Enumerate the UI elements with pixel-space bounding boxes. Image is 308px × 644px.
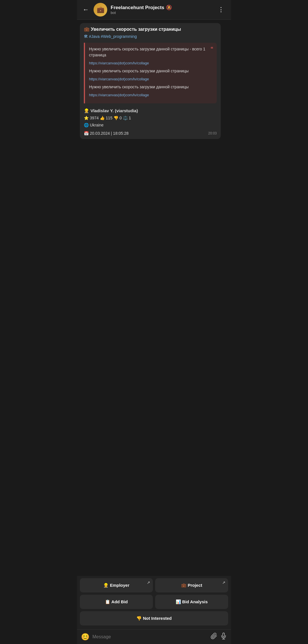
author-info: 👷 Vladislav Y. (viarstudia) ⭐ 3974 👍 115… [84,107,217,129]
message-date: 📅 20.03.2024 | 18:05:28 [84,131,129,136]
quote-link-2[interactable]: https://viarcanvas(dot)com/lv/collage [89,77,213,81]
quote-link-1[interactable]: https://viarcanvas(dot)com/lv/collage [89,61,213,65]
quote-block: ❝ Нужно увеличить скорость загрузки данн… [84,43,217,103]
not-interested-button[interactable]: 👎 Not Interested [80,611,228,625]
bid-analysis-button[interactable]: 📊 Bid Analysis [155,595,228,609]
add-bid-button[interactable]: 📋 Add Bid [80,595,153,609]
author-name: 👷 Vladislav Y. (viarstudia) [84,107,217,115]
header-info: Freelancehunt Projects 🔕 bot [111,5,212,15]
action-buttons-area: ↗ 👷 Employer ↗ 💼 Project 📋 Add Bid 📊 Bid… [77,576,231,629]
back-button[interactable]: ← [82,5,90,15]
quote-text-1: Нужно увеличить скорость загрузки данной… [89,46,213,58]
chat-area: 💼 Увеличить скорость загрузки страницы 🛠… [77,20,231,576]
employer-link-icon: ↗ [147,580,150,585]
employer-button[interactable]: ↗ 👷 Employer [80,578,153,592]
quote-text-2: Нужно увеличить скорость загрузки данной… [89,68,213,74]
buttons-row-1: ↗ 👷 Employer ↗ 💼 Project [80,578,228,592]
bot-avatar: 💼 [94,3,107,17]
chat-title: Freelancehunt Projects 🔕 [111,5,212,11]
more-menu-button[interactable]: ⋮ [216,5,226,15]
date-row: 📅 20.03.2024 | 18:05:28 20:03 [84,131,217,136]
buttons-row-2: 📋 Add Bid 📊 Bid Analysis [80,595,228,609]
project-button[interactable]: ↗ 💼 Project [155,578,228,592]
mute-icon: 🔕 [166,5,172,11]
chat-subtitle: bot [111,11,212,15]
chat-header: ← 💼 Freelancehunt Projects 🔕 bot ⋮ [77,0,231,20]
message-time: 20:03 [208,131,217,135]
attach-button[interactable] [210,633,217,641]
message-card: 💼 Увеличить скорость загрузки страницы 🛠… [80,23,221,139]
quote-icon: ❝ [210,46,213,52]
author-stats: ⭐ 3974 👍 115 👎 0 ⚖️ 1 [84,115,217,122]
message-tags: 🛠 #Java #Web_programming [84,34,217,39]
message-input[interactable] [92,634,208,639]
input-bar: 😊 [77,629,231,644]
emoji-button[interactable]: 😊 [81,633,90,641]
author-location: 🌐 Ukraine [84,122,217,129]
mic-button[interactable] [220,633,227,641]
project-link-icon: ↗ [222,580,225,585]
quote-link-3[interactable]: https://viarcanvas(dot)com/lv/collage [89,93,213,97]
quote-text-3: Нужно увеличить скорость загрузки данной… [89,84,213,90]
message-title: 💼 Увеличить скорость загрузки страницы [84,26,217,32]
